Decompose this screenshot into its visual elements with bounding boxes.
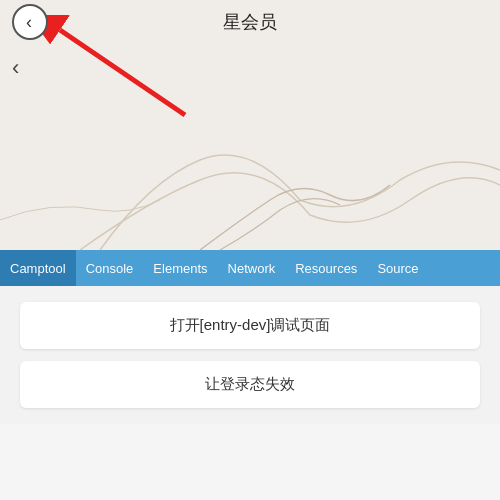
- back-button-circle[interactable]: ‹: [12, 4, 48, 40]
- tab-resources-label: Resources: [295, 261, 357, 276]
- page-title: 星会员: [223, 10, 277, 34]
- open-debug-button[interactable]: 打开[entry-dev]调试页面: [20, 302, 480, 349]
- app-screen: ‹ 星会员 ‹: [0, 0, 500, 250]
- tab-elements-label: Elements: [153, 261, 207, 276]
- header-bar: ‹ 星会员: [0, 0, 500, 44]
- tab-camptool[interactable]: Camptool: [0, 250, 76, 286]
- tab-console[interactable]: Console: [76, 250, 144, 286]
- second-back-button[interactable]: ‹: [12, 55, 19, 81]
- tab-camptool-label: Camptool: [10, 261, 66, 276]
- tab-network[interactable]: Network: [218, 250, 286, 286]
- tab-console-label: Console: [86, 261, 134, 276]
- devtools-bar: Camptool Console Elements Network Resour…: [0, 250, 500, 286]
- tab-source-label: Source: [377, 261, 418, 276]
- tab-source[interactable]: Source: [367, 250, 428, 286]
- invalidate-login-button[interactable]: 让登录态失效: [20, 361, 480, 408]
- second-back-icon: ‹: [12, 55, 19, 80]
- back-chevron-icon: ‹: [26, 13, 32, 31]
- tab-network-label: Network: [228, 261, 276, 276]
- tab-resources[interactable]: Resources: [285, 250, 367, 286]
- tab-elements[interactable]: Elements: [143, 250, 217, 286]
- content-area: 打开[entry-dev]调试页面 让登录态失效: [0, 286, 500, 424]
